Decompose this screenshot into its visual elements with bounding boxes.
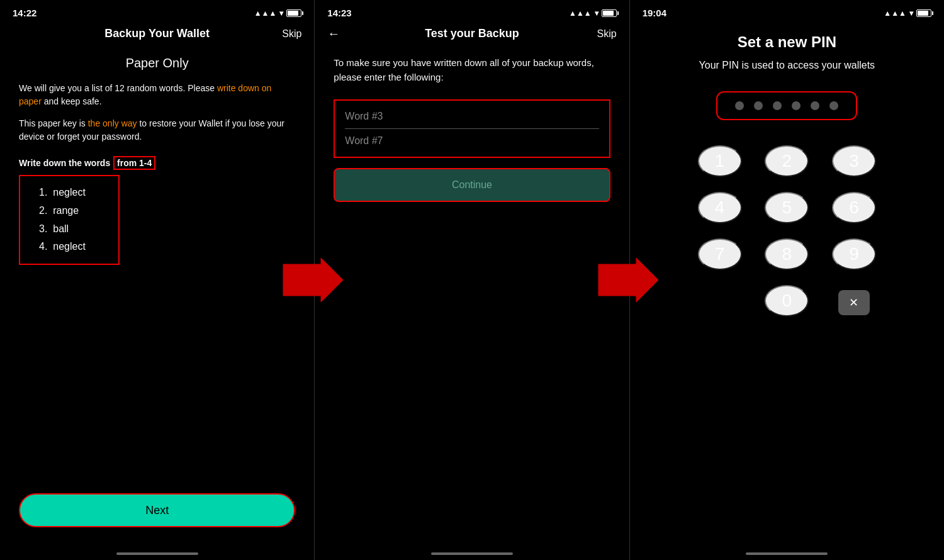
word-3: 3. ball bbox=[39, 220, 106, 238]
home-indicator-1 bbox=[116, 552, 198, 555]
word-4: 4. neglect bbox=[39, 238, 106, 256]
delete-key-container: ✕ bbox=[832, 285, 876, 316]
wifi-icon-1: ▾ bbox=[279, 9, 283, 18]
key-0[interactable]: 0 bbox=[765, 285, 809, 316]
write-words-label: Write down the words from 1-4 bbox=[19, 156, 295, 170]
status-icons-3: ▲▲▲ ▾ bbox=[884, 9, 931, 18]
numpad-row-1: 1 2 3 bbox=[686, 145, 887, 177]
skip-button-2[interactable]: Skip bbox=[597, 28, 617, 40]
right-arrow-svg-2 bbox=[592, 255, 661, 305]
description1: We will give you a list of 12 random wor… bbox=[19, 82, 295, 108]
battery-icon-3 bbox=[916, 9, 931, 17]
key-9[interactable]: 9 bbox=[832, 238, 876, 270]
instruction-text: To make sure you have written down all o… bbox=[334, 56, 610, 84]
continue-button[interactable]: Continue bbox=[334, 168, 610, 202]
key-6[interactable]: 6 bbox=[832, 192, 876, 223]
time-3: 19:04 bbox=[643, 8, 666, 18]
continue-btn-container: Continue bbox=[334, 168, 610, 202]
key-8[interactable]: 8 bbox=[765, 238, 809, 270]
back-arrow-button[interactable]: ← bbox=[327, 26, 340, 41]
next-btn-container: Next bbox=[0, 481, 314, 552]
key-4[interactable]: 4 bbox=[698, 192, 742, 223]
numpad-row-4: 0 ✕ bbox=[686, 285, 887, 316]
delete-icon: ✕ bbox=[849, 296, 858, 310]
screen-backup-wallet: 14:22 ▲▲▲ ▾ Backup Your Wallet Skip Pape… bbox=[0, 0, 314, 560]
word-input-box bbox=[334, 99, 610, 158]
battery-icon-2 bbox=[602, 9, 617, 17]
signal-icon-3: ▲▲▲ bbox=[884, 9, 906, 18]
right-arrow-svg-1 bbox=[277, 255, 346, 305]
panel1-content: Paper Only We will give you a list of 12… bbox=[0, 50, 314, 481]
pin-subtitle: Your PIN is used to access your wallets bbox=[699, 59, 875, 72]
pin-dot-6 bbox=[829, 101, 838, 110]
word3-input[interactable] bbox=[345, 107, 598, 126]
numpad-row-3: 7 8 9 bbox=[686, 238, 887, 270]
pin-dot-2 bbox=[754, 101, 763, 110]
key-2[interactable]: 2 bbox=[765, 145, 809, 177]
range-highlight: from 1-4 bbox=[113, 156, 155, 170]
description2: This paper key is the only way to restor… bbox=[19, 117, 295, 143]
word-2: 2. range bbox=[39, 202, 106, 220]
time-2: 14:23 bbox=[327, 8, 351, 18]
home-indicator-3 bbox=[746, 552, 828, 555]
key-5[interactable]: 5 bbox=[765, 192, 809, 223]
paper-only-title: Paper Only bbox=[19, 56, 295, 70]
svg-marker-1 bbox=[598, 258, 658, 302]
status-bar-1: 14:22 ▲▲▲ ▾ bbox=[0, 0, 314, 21]
pin-dot-4 bbox=[792, 101, 801, 110]
status-icons-2: ▲▲▲ ▾ bbox=[569, 9, 617, 18]
pin-dot-1 bbox=[735, 101, 744, 110]
delete-button[interactable]: ✕ bbox=[838, 290, 870, 315]
screen-set-pin: 19:04 ▲▲▲ ▾ Set a new PIN Your PIN is us… bbox=[630, 0, 944, 560]
signal-icon-1: ▲▲▲ bbox=[254, 9, 277, 18]
numpad: 1 2 3 4 5 6 7 8 9 0 ✕ bbox=[686, 145, 887, 332]
highlight-only-way: the only way bbox=[88, 118, 137, 128]
panel2-content: To make sure you have written down all o… bbox=[315, 50, 629, 552]
pin-title: Set a new PIN bbox=[738, 33, 836, 51]
wifi-icon-2: ▾ bbox=[595, 9, 598, 18]
input-divider bbox=[345, 128, 598, 129]
panel1-header: Backup Your Wallet Skip bbox=[0, 21, 314, 50]
pin-dot-3 bbox=[773, 101, 782, 110]
wifi-icon-3: ▾ bbox=[909, 9, 913, 18]
time-1: 14:22 bbox=[13, 8, 37, 18]
arrow-1 bbox=[277, 255, 346, 305]
panel1-title: Backup Your Wallet bbox=[104, 27, 210, 40]
pin-dot-5 bbox=[811, 101, 819, 110]
screen-test-backup: 14:23 ▲▲▲ ▾ ← Test your Backup Skip To m… bbox=[315, 0, 629, 560]
svg-marker-0 bbox=[283, 258, 343, 302]
panel2-title: Test your Backup bbox=[425, 27, 519, 40]
key-3[interactable]: 3 bbox=[832, 145, 876, 177]
key-1[interactable]: 1 bbox=[698, 145, 742, 177]
numpad-row-2: 4 5 6 bbox=[686, 192, 887, 223]
panel3-content: Set a new PIN Your PIN is used to access… bbox=[630, 21, 944, 552]
word7-input[interactable] bbox=[345, 132, 598, 150]
status-icons-1: ▲▲▲ ▾ bbox=[254, 9, 302, 18]
word-list: 1. neglect 2. range 3. ball 4. neglect bbox=[19, 175, 120, 265]
word-1: 1. neglect bbox=[39, 184, 106, 202]
status-bar-2: 14:23 ▲▲▲ ▾ bbox=[315, 0, 629, 21]
key-7[interactable]: 7 bbox=[698, 238, 742, 270]
next-button[interactable]: Next bbox=[19, 493, 295, 527]
home-indicator-2 bbox=[431, 552, 513, 555]
pin-dots-container bbox=[716, 91, 857, 120]
arrow-2 bbox=[592, 255, 661, 305]
empty-key bbox=[698, 285, 742, 316]
status-bar-3: 19:04 ▲▲▲ ▾ bbox=[630, 0, 944, 21]
panel2-header: ← Test your Backup Skip bbox=[315, 21, 629, 50]
signal-icon-2: ▲▲▲ bbox=[569, 9, 592, 18]
skip-button-1[interactable]: Skip bbox=[282, 28, 301, 40]
battery-icon-1 bbox=[286, 9, 301, 17]
